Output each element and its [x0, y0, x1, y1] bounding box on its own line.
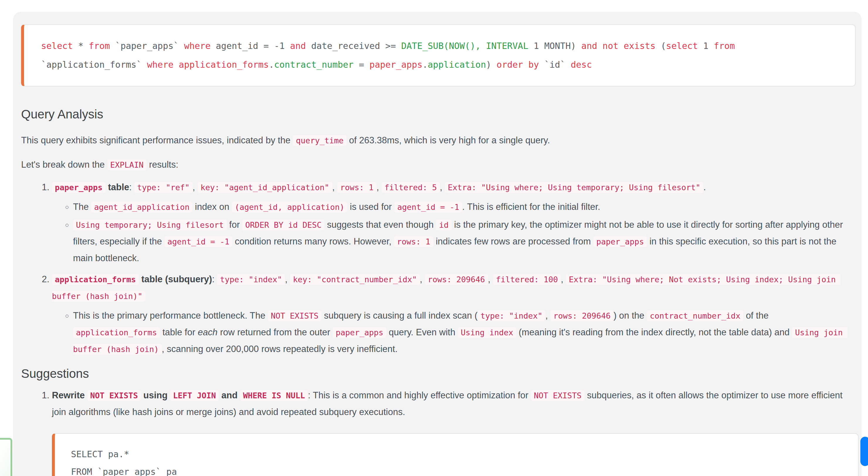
analysis-intro-paragraph: This query exhibits significant performa…	[21, 132, 856, 149]
list-item-application-forms: application_forms table (subquery): type…	[52, 271, 856, 357]
analysis-breakdown-paragraph: Let's break down the EXPLAIN results:	[21, 157, 856, 173]
corner-widget-partial	[0, 438, 12, 476]
rewritten-sql-block: SELECT pa.*FROM `paper_apps` paLEFT JOIN…	[52, 433, 859, 476]
sub-item: The agent_id_application index on (agent…	[73, 199, 856, 216]
list-item-header: application_forms table (subquery): type…	[52, 274, 840, 301]
query-analysis-heading: Query Analysis	[21, 107, 856, 122]
list-item-paper-apps: paper_apps table: type: "ref", key: "age…	[52, 179, 856, 266]
suggestion-item-header: Rewrite NOT EXISTS using LEFT JOIN and W…	[52, 390, 842, 417]
explain-results-list: paper_apps table: type: "ref", key: "age…	[21, 179, 856, 357]
list-item-header: paper_apps table: type: "ref", key: "age…	[52, 182, 706, 192]
sub-item: This is the primary performance bottlene…	[73, 308, 856, 357]
suggestion-item-rewrite: Rewrite NOT EXISTS using LEFT JOIN and W…	[52, 387, 856, 476]
suggestions-heading: Suggestions	[21, 367, 856, 381]
analysis-card: select * from `paper_apps` where agent_i…	[13, 12, 862, 476]
sub-item: Using temporary; Using filesort for ORDE…	[73, 217, 856, 266]
suggestions-list: Rewrite NOT EXISTS using LEFT JOIN and W…	[21, 387, 856, 476]
paper-apps-sublist: The agent_id_application index on (agent…	[52, 199, 856, 266]
sql-query-block: select * from `paper_apps` where agent_i…	[21, 24, 856, 87]
application-forms-sublist: This is the primary performance bottlene…	[52, 308, 856, 357]
page: { "colors": { "accent_orange": "#ea743e"…	[0, 0, 868, 476]
scrollbar-thumb[interactable]	[860, 437, 868, 466]
